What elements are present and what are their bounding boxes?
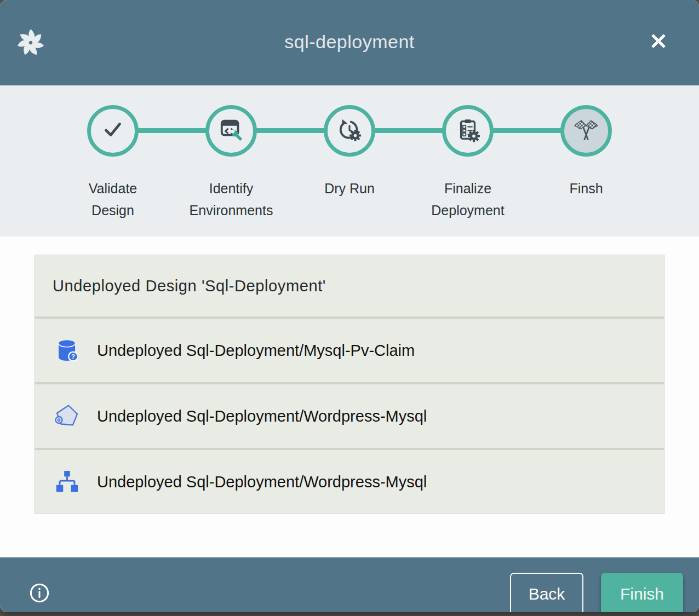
info-icon [29, 583, 50, 605]
deployment-results-list: Undeployed Design 'Sql-Deployment' ? Und… [35, 255, 664, 514]
close-icon [646, 29, 671, 55]
step-circle-dry-run[interactable] [324, 105, 375, 157]
step-label: Identify Environments [190, 177, 273, 221]
steps-row: Validate Design [0, 85, 699, 221]
list-header-text: Undeployed Design 'Sql-Deployment' [53, 277, 326, 295]
modal-footer: Back Finish [0, 557, 699, 612]
step-label: Validate Design [89, 177, 137, 221]
step-connector [375, 128, 443, 133]
step-circle-identify-environments[interactable] [205, 105, 257, 157]
list-item: Undeployed Sql-Deployment/Wordpress-Mysq… [35, 448, 664, 514]
step-circle-finalize-deployment[interactable] [442, 105, 494, 157]
dry-run-history-gear-icon [337, 117, 362, 145]
list-header-row: Undeployed Design 'Sql-Deployment' [35, 255, 664, 316]
step-circle-validate-design[interactable] [87, 105, 139, 157]
check-icon [100, 117, 125, 145]
clipboard-checklist-gear-icon [455, 117, 480, 145]
step-label: Dry Run [324, 177, 375, 199]
step-finalize-deployment: Finalize Deployment [409, 105, 527, 221]
pod-pentagon-icon [54, 403, 80, 429]
modal-title: sql-deployment [284, 31, 415, 53]
database-question-icon: ? [54, 337, 80, 364]
step-label: Finsh [569, 177, 603, 199]
step-connector [138, 128, 206, 133]
code-wrench-icon [219, 117, 244, 145]
finish-button[interactable]: Finish [601, 573, 683, 612]
modal-header: sql-deployment [0, 0, 699, 85]
results-content: Undeployed Design 'Sql-Deployment' ? Und… [0, 255, 699, 557]
list-item-text: Undeployed Sql-Deployment/Mysql-Pv-Claim [97, 342, 415, 360]
hierarchy-icon [54, 469, 80, 495]
close-button[interactable] [644, 27, 673, 56]
step-identify-environments: Identify Environments [172, 105, 290, 221]
step-connector [493, 128, 561, 133]
info-button[interactable] [27, 582, 51, 606]
back-button[interactable]: Back [510, 573, 583, 612]
list-item: ? Undeployed Sql-Deployment/Mysql-Pv-Cla… [35, 316, 664, 382]
step-label: Finalize Deployment [431, 177, 504, 221]
finish-flags-icon [572, 116, 600, 146]
list-item-text: Undeployed Sql-Deployment/Wordpress-Mysq… [97, 407, 427, 425]
meshery-logo-icon [15, 27, 46, 58]
list-item-text: Undeployed Sql-Deployment/Wordpress-Mysq… [97, 473, 427, 491]
step-finish: Finsh [527, 105, 645, 221]
step-circle-finish[interactable] [560, 105, 612, 157]
step-dry-run: Dry Run [290, 105, 409, 221]
deployment-wizard-modal: sql-deployment Va [0, 0, 699, 612]
deployment-stepper: Validate Design [0, 85, 699, 237]
svg-text:?: ? [71, 353, 75, 360]
list-item: Undeployed Sql-Deployment/Wordpress-Mysq… [35, 382, 664, 448]
step-validate-design: Validate Design [54, 105, 172, 221]
step-connector [256, 128, 324, 133]
